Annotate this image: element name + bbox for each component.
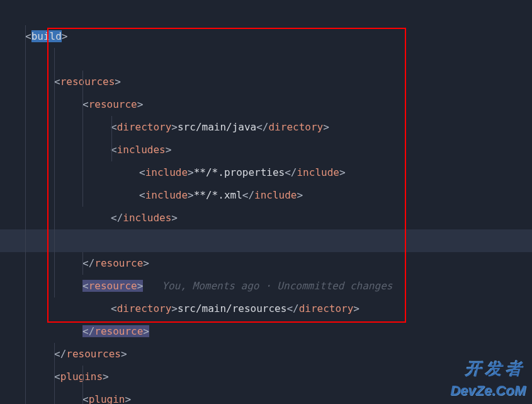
code-line: </resources> <box>0 297 532 320</box>
code-line: <groupId>org.springframework.boot</group… <box>0 366 532 388</box>
code-line: <resource> <box>0 48 532 71</box>
code-editor[interactable]: <build> <resources> <resource> <director… <box>0 0 532 404</box>
code-line: <plugins> <box>0 320 532 343</box>
code-line: <directory>src/main/resources</directory… <box>0 252 532 275</box>
code-line: <artifactId>spring-boot-maven-plugin</ar… <box>0 388 532 404</box>
code-line: <includes> <box>0 93 532 116</box>
code-line: <include>**/*.xml</include> <box>0 139 532 161</box>
code-line: <directory>src/main/java</directory> <box>0 71 532 93</box>
code-line: </resource> <box>0 207 532 229</box>
code-line: <plugin> <box>0 343 532 366</box>
code-line: <build> <box>0 3 532 25</box>
code-line: <resources> <box>0 25 532 48</box>
code-line: </includes> <box>0 161 532 184</box>
code-line: </resource> <box>0 275 532 297</box>
code-line: <include>**/*.properties</include> <box>0 116 532 139</box>
code-line-current: <resource>You, Moments ago · Uncommitted… <box>0 229 532 252</box>
code-line: <filtering>false</filtering> <box>0 184 532 207</box>
